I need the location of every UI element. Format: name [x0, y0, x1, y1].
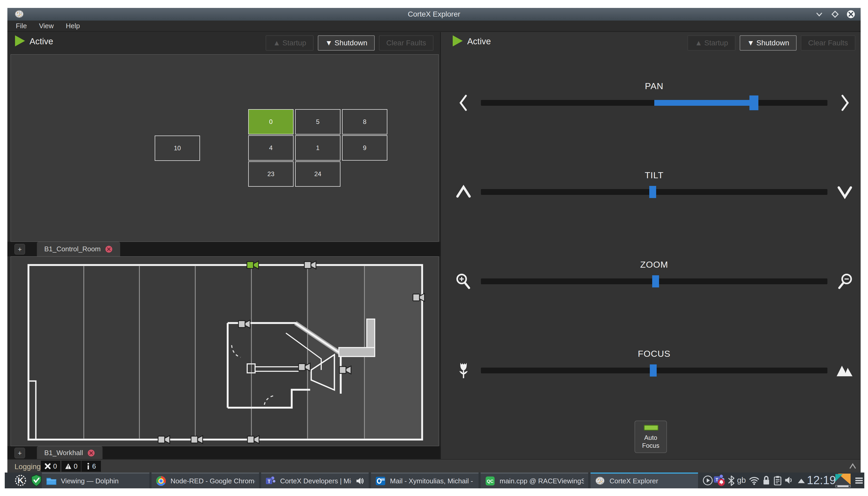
camera-box-10[interactable]: 10	[155, 136, 200, 161]
camera-marker-selected[interactable]	[247, 261, 258, 269]
pan-slider-track[interactable]	[481, 100, 827, 106]
left-clear-faults-button[interactable]: Clear Faults	[379, 35, 433, 51]
tilt-slider-handle[interactable]	[649, 186, 656, 198]
pan-slider-handle[interactable]	[750, 95, 758, 110]
left-startup-button[interactable]: ▲ Startup	[266, 35, 314, 51]
logging-bar: Logging 0 0 6	[7, 459, 861, 472]
minimize-icon[interactable]	[815, 10, 824, 19]
ptz-control-panel: Active ▲ Startup ▼ Shutdown Clear Faults…	[441, 32, 861, 459]
pan-left-button[interactable]	[454, 94, 473, 112]
camera-box-0-selected[interactable]: 0	[248, 109, 293, 135]
camera-box-5[interactable]: 5	[295, 109, 340, 135]
task-dolphin[interactable]: Viewing — Dolphin	[42, 472, 149, 489]
clipboard-tray-icon[interactable]	[773, 475, 782, 487]
camera-box-24[interactable]: 24	[295, 161, 340, 187]
focus-far-button[interactable]	[836, 361, 854, 380]
zoom-control-group: ZOOM	[441, 260, 861, 299]
task-outlook[interactable]: Mail - Xymitoulias, Michail - Outl...	[371, 472, 479, 489]
tilt-down-button[interactable]	[836, 183, 854, 201]
wifi-icon	[749, 475, 760, 485]
camera-views-panel: Active ▲ Startup ▼ Shutdown Clear Faults…	[7, 32, 440, 459]
add-view-tab-button[interactable]: +	[15, 448, 25, 458]
lock-tray-icon[interactable]	[762, 475, 771, 487]
clock[interactable]: 12:19	[807, 474, 836, 487]
tab-b1-control-room[interactable]: B1_Control_Room	[37, 242, 120, 256]
camera-box-4[interactable]: 4	[248, 135, 293, 160]
bluetooth-tray-icon[interactable]	[727, 475, 736, 487]
chevron-left-icon	[454, 94, 473, 112]
keyboard-layout-indicator[interactable]: gb	[737, 476, 746, 485]
active-status-icon	[452, 35, 464, 47]
camera-marker[interactable]	[158, 436, 170, 444]
security-shield-icon[interactable]	[30, 474, 43, 487]
camera-box-23[interactable]: 23	[248, 161, 293, 187]
active-status-icon	[14, 35, 26, 47]
floorplan-view	[11, 256, 439, 446]
camera-box-8[interactable]: 8	[342, 109, 387, 135]
qtcreator-icon	[485, 476, 495, 486]
menu-view[interactable]: View	[39, 22, 54, 30]
focus-slider-handle[interactable]	[650, 365, 657, 376]
camera-marker[interactable]	[339, 366, 351, 374]
auto-focus-button[interactable]: Auto Focus	[634, 421, 667, 453]
media-play-tray-icon[interactable]	[703, 475, 713, 486]
task-cortex-explorer[interactable]: CorteX Explorer	[591, 472, 698, 489]
camera-box-1[interactable]: 1	[295, 135, 340, 160]
focus-slider-track[interactable]	[481, 368, 827, 373]
expand-log-chevron-icon[interactable]	[849, 462, 857, 470]
zoom-slider-track[interactable]	[481, 278, 827, 284]
tab-close-icon[interactable]	[105, 245, 113, 253]
tilt-up-button[interactable]	[454, 183, 473, 201]
bluetooth-icon	[727, 475, 736, 486]
kde-app-launcher-button[interactable]	[14, 474, 27, 487]
tray-expander-button[interactable]	[797, 477, 806, 485]
task-teams[interactable]: CorteX Developers | Micros...	[261, 472, 369, 489]
left-shutdown-button[interactable]: ▼ Shutdown	[318, 35, 375, 51]
app-window: CorteX Explorer File View Help Active ▲ …	[7, 8, 861, 472]
menu-file[interactable]: File	[16, 22, 27, 30]
camera-marker[interactable]	[191, 436, 203, 444]
volume-tray-icon[interactable]	[784, 475, 794, 486]
teams-notification-tray-icon[interactable]	[713, 474, 725, 487]
titlebar[interactable]: CorteX Explorer	[7, 8, 861, 20]
camera-marker[interactable]	[239, 320, 250, 328]
camera-marker[interactable]	[304, 261, 316, 269]
warning-count-badge: 0	[61, 461, 81, 472]
desktop-pager-widget[interactable]	[835, 474, 851, 487]
zoom-label: ZOOM	[481, 260, 827, 270]
panel-menu-button[interactable]	[854, 475, 864, 486]
tilt-label: TILT	[481, 170, 827, 180]
teams-icon	[266, 476, 276, 486]
tab-b1-workhall[interactable]: B1_Workhall	[37, 446, 102, 460]
task-qtcreator[interactable]: main.cpp @ RACEViewingSyste...	[481, 472, 588, 489]
error-count-badge: 0	[41, 461, 60, 472]
outlook-icon	[375, 476, 386, 486]
chevron-down-icon	[836, 183, 854, 201]
wifi-tray-icon[interactable]	[749, 475, 760, 486]
focus-near-button[interactable]	[454, 361, 473, 380]
maximize-icon[interactable]	[831, 10, 839, 19]
camera-marker[interactable]	[299, 363, 310, 371]
camera-marker[interactable]	[247, 436, 259, 444]
control-room-tabbar: + B1_Control_Room	[7, 242, 440, 256]
tab-close-icon[interactable]	[87, 449, 95, 457]
zoom-out-button[interactable]	[836, 272, 854, 291]
mountains-icon	[836, 361, 854, 380]
right-startup-button[interactable]: ▲ Startup	[688, 35, 736, 51]
triangle-up-icon	[797, 477, 806, 484]
pan-right-button[interactable]	[836, 94, 854, 112]
right-status-header: Active ▲ Startup ▼ Shutdown Clear Faults	[441, 32, 861, 54]
right-shutdown-button[interactable]: ▼ Shutdown	[740, 35, 797, 51]
zoom-slider-handle[interactable]	[652, 275, 659, 288]
close-icon[interactable]	[847, 10, 855, 19]
pan-control-group: PAN	[441, 81, 861, 121]
right-clear-faults-button[interactable]: Clear Faults	[801, 35, 855, 51]
menu-help[interactable]: Help	[66, 22, 80, 30]
zoom-in-button[interactable]	[454, 272, 473, 291]
tilt-slider-track[interactable]	[481, 189, 827, 195]
chevron-up-icon	[454, 183, 473, 201]
task-chrome[interactable]: Node-RED - Google Chrome	[151, 472, 259, 489]
camera-marker[interactable]	[413, 294, 424, 301]
add-view-tab-button[interactable]: +	[15, 244, 25, 254]
camera-box-9[interactable]: 9	[342, 135, 387, 160]
